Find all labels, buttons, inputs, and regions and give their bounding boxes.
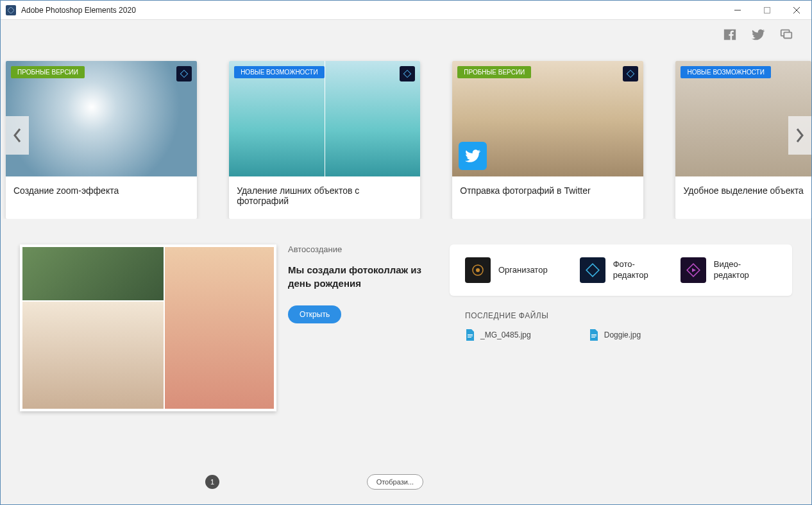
- twitter-icon[interactable]: [751, 28, 765, 44]
- lower-section: Автосоздание Мы создали фотоколлаж из де…: [1, 219, 811, 411]
- photo-editor-icon: [580, 257, 605, 283]
- launcher-label: Видео- редактор: [714, 259, 749, 281]
- recent-file[interactable]: _MG_0485.jpg: [465, 329, 531, 341]
- right-column: Организатор Фото- редактор Видео- редакт…: [450, 244, 792, 411]
- svg-rect-18: [591, 334, 596, 335]
- organizer-icon: [465, 257, 491, 283]
- carousel-prev-button[interactable]: [6, 116, 29, 155]
- card-badge: НОВЫЕ ВОЗМОЖНОСТИ: [234, 66, 324, 78]
- organizer-launcher[interactable]: Организатор: [465, 257, 548, 283]
- pse-icon: [176, 66, 192, 81]
- minimize-button[interactable]: [723, 1, 752, 20]
- card-badge: ПРОБНЫЕ ВЕРСИИ: [11, 66, 85, 78]
- pse-icon: [623, 66, 638, 81]
- titlebar: Adobe Photoshop Elements 2020: [1, 1, 811, 20]
- svg-rect-19: [591, 336, 596, 336]
- svg-rect-7: [180, 70, 187, 77]
- file-icon: [465, 329, 475, 341]
- svg-rect-16: [468, 336, 473, 336]
- recent-files-section: ПОСЛЕДНИЕ ФАЙЛЫ _MG_0485.jpg Doggie.jpg: [450, 311, 792, 341]
- card-thumbnail: НОВЫЕ ВОЗМОЖНОСТИ: [229, 61, 420, 176]
- collage-tile: [22, 247, 164, 300]
- collage-tile: [22, 302, 164, 409]
- close-button[interactable]: [782, 1, 811, 20]
- video-editor-icon: [681, 257, 706, 283]
- photo-editor-launcher[interactable]: Фото- редактор: [580, 257, 648, 283]
- video-editor-launcher[interactable]: Видео- редактор: [681, 257, 749, 283]
- file-name: Doggie.jpg: [604, 330, 641, 339]
- card-badge: НОВЫЕ ВОЗМОЖНОСТИ: [681, 66, 770, 78]
- window-controls: [723, 1, 811, 20]
- svg-rect-15: [468, 334, 473, 335]
- card-thumbnail: ПРОБНЫЕ ВЕРСИИ: [6, 61, 197, 176]
- feature-carousel: ПРОБНЫЕ ВЕРСИИ Создание zoom-эффекта НОВ…: [1, 52, 811, 219]
- app-launcher-panel: Организатор Фото- редактор Видео- редакт…: [450, 244, 792, 296]
- auto-headline: Мы создали фотоколлаж из день рождения: [288, 263, 424, 290]
- pse-icon: [400, 66, 415, 81]
- maximize-button[interactable]: [752, 1, 782, 20]
- show-button[interactable]: Отобрази...: [367, 474, 423, 490]
- svg-rect-17: [468, 337, 471, 338]
- feature-card[interactable]: ПРОБНЫЕ ВЕРСИИ Отправка фотографий в Twi…: [452, 61, 643, 219]
- svg-rect-12: [586, 264, 599, 277]
- card-title: Удаление лишних объектов с фотографий: [229, 176, 420, 215]
- topbar: [1, 20, 811, 52]
- card-thumbnail: ПРОБНЫЕ ВЕРСИИ: [452, 61, 643, 176]
- feedback-icon[interactable]: [779, 28, 793, 44]
- page-indicator[interactable]: 1: [205, 475, 219, 489]
- recent-files-list: _MG_0485.jpg Doggie.jpg: [465, 329, 792, 341]
- recent-file[interactable]: Doggie.jpg: [589, 329, 641, 341]
- svg-rect-6: [784, 32, 791, 38]
- feature-card[interactable]: ПРОБНЫЕ ВЕРСИИ Создание zoom-эффекта: [6, 61, 197, 219]
- svg-rect-8: [404, 70, 411, 77]
- auto-creation-pager: 1 Отобрази...: [19, 474, 423, 490]
- collage-tile: [165, 247, 274, 409]
- svg-rect-2: [765, 7, 770, 13]
- launcher-label: Организатор: [498, 265, 548, 276]
- svg-point-11: [476, 268, 480, 272]
- svg-rect-9: [627, 70, 634, 77]
- recent-files-title: ПОСЛЕДНИЕ ФАЙЛЫ: [465, 311, 792, 320]
- auto-subtitle: Автосоздание: [288, 244, 424, 254]
- auto-text: Автосоздание Мы создали фотоколлаж из де…: [288, 244, 424, 411]
- auto-creation-panel: Автосоздание Мы создали фотоколлаж из де…: [20, 244, 424, 411]
- facebook-icon[interactable]: [723, 28, 737, 44]
- card-title: Отправка фотографий в Twitter: [452, 176, 643, 205]
- card-title: Создание zoom-эффекта: [6, 176, 197, 205]
- file-name: _MG_0485.jpg: [480, 330, 531, 339]
- card-title: Удобное выделение объекта: [675, 176, 811, 205]
- app-title: Adobe Photoshop Elements 2020: [21, 6, 723, 15]
- app-icon: [6, 5, 16, 15]
- card-badge: ПРОБНЫЕ ВЕРСИИ: [457, 66, 531, 78]
- svg-marker-14: [692, 268, 696, 272]
- open-button[interactable]: Открыть: [288, 305, 341, 323]
- twitter-icon: [459, 142, 487, 170]
- svg-rect-20: [591, 337, 595, 338]
- collage-preview[interactable]: [20, 244, 276, 411]
- carousel-next-button[interactable]: [788, 116, 811, 155]
- feature-card[interactable]: НОВЫЕ ВОЗМОЖНОСТИ Удаление лишних объект…: [229, 61, 420, 219]
- launcher-label: Фото- редактор: [613, 259, 648, 281]
- file-icon: [589, 329, 599, 341]
- svg-rect-0: [8, 7, 14, 13]
